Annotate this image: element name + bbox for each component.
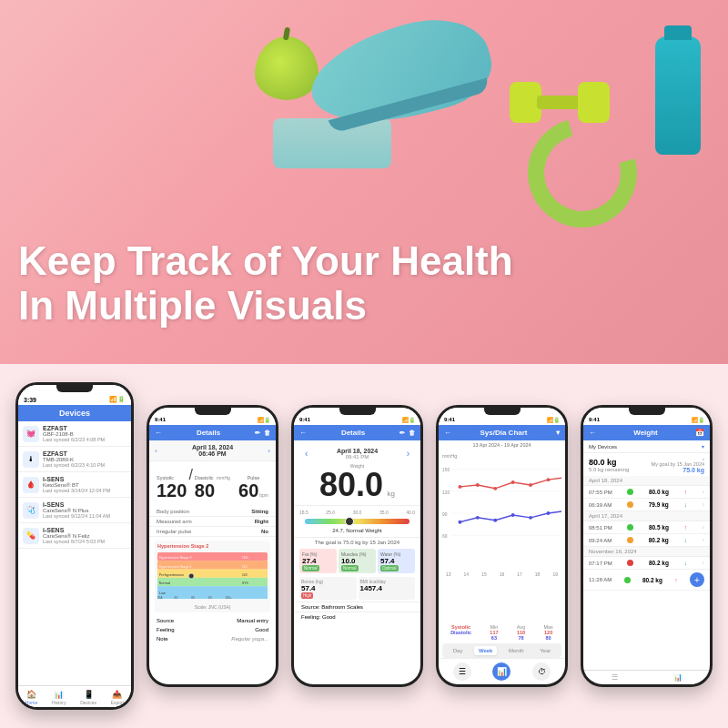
svg-text:100+: 100+ <box>225 596 231 600</box>
log-time: 07:55 PM <box>589 490 612 495</box>
phone-chart: 9:41 📶🔋 ← Sys/Dia Chart ▾ 13 Apr 2024 - … <box>436 405 568 687</box>
tab-day[interactable]: Day <box>449 646 468 655</box>
header-dropdown[interactable]: ▾ <box>556 429 560 437</box>
device-brand: i-SENS <box>43 527 126 533</box>
header-title: Sys/Dia Chart <box>480 429 527 437</box>
weight-value: 80.2 kg <box>642 577 662 583</box>
direction-icon: ↑ <box>684 524 688 531</box>
edit-icon[interactable]: ✏ <box>399 430 405 437</box>
svg-point-38 <box>529 516 532 520</box>
next-arrow[interactable]: › <box>268 447 270 455</box>
prev-arrow[interactable]: ‹ <box>305 449 308 459</box>
weight-value: 80.2 kg <box>649 537 669 543</box>
weight-value-display: Weight 80.0 kg <box>298 463 417 501</box>
add-entry-button[interactable]: + <box>690 572 704 587</box>
list-item[interactable]: 09:24 AM 80.2 kg ↓ › <box>583 534 710 547</box>
stats-section: Systolic Diastolic Min 117 63 Avg 118 78… <box>439 622 565 643</box>
body-composition: Fat (%) 27.4 Normal Muscles (%) 10.0 Nor… <box>299 549 415 573</box>
tab-year[interactable]: Year <box>535 646 555 655</box>
edit-icon[interactable]: ✏ <box>255 430 260 437</box>
next-arrow[interactable]: › <box>407 449 410 459</box>
status-dot <box>627 560 633 566</box>
svg-text:Hypertension Stage 2: Hypertension Stage 2 <box>159 556 192 560</box>
delete-icon[interactable]: 🗑 <box>409 430 415 437</box>
remaining-text: 5.0 kg remaining <box>589 467 629 472</box>
nav-devices[interactable]: 📱 Devices <box>80 690 96 705</box>
device-dropdown[interactable]: ▾ <box>702 443 704 450</box>
device-brand: EZFAST <box>43 450 126 457</box>
chart-view-icon[interactable]: 📊 <box>492 662 511 681</box>
device-info: i-SENS KetoSens® BT Last synced 3/14/24 … <box>43 476 126 493</box>
tab-list[interactable]: ☰ <box>612 673 618 682</box>
status-icons: 📶🔋 <box>692 417 704 423</box>
feeling-row: Feeling: Good <box>294 612 420 622</box>
bp-line-chart: 150 120 90 60 <box>442 459 561 568</box>
bmi-scale-labels: 18.525.030.035.040.0 <box>299 510 415 515</box>
chevron-right-icon: › <box>703 501 704 508</box>
diastolic-label: Diastolic <box>450 630 471 635</box>
chevron-right-icon: › <box>703 489 704 495</box>
list-item[interactable]: 07:55 PM 80.0 kg ↑ › <box>583 486 710 499</box>
weight-date-time: April 18, 2024 09:41 PM <box>337 448 378 460</box>
device-sync: Last synced 3/14/24 12:04 PM <box>43 488 126 493</box>
list-item[interactable]: 07:17 PM 80.2 kg ↓ › <box>583 557 710 570</box>
list-item: 💓 EZFAST GBF-2108-B Last synced 6/2/23 4… <box>18 421 131 447</box>
delete-icon[interactable]: 🗑 <box>264 430 270 437</box>
diastolic-display: Diastolic 80 <box>195 475 215 501</box>
list-item[interactable]: 08:51 PM 80.5 kg ↑ › <box>583 521 710 534</box>
bones-status: High <box>301 592 313 599</box>
goal-row: 80.0 kg 5.0 kg remaining › My goal by 15… <box>583 453 710 476</box>
status-dot <box>627 537 633 543</box>
device-icon: 💓 <box>23 426 39 442</box>
date-nav: ‹ April 18, 2024 09:41 PM › <box>298 448 417 460</box>
back-icon[interactable]: ← <box>444 429 451 437</box>
phone-notch <box>56 385 93 392</box>
bmi-bar <box>305 519 410 524</box>
phone-notch <box>339 408 376 415</box>
svg-text:150: 150 <box>442 468 450 472</box>
device-info: EZFAST GBF-2108-B Last synced 6/2/23 4:0… <box>43 425 126 442</box>
back-icon[interactable]: ← <box>589 429 596 437</box>
phone5-screen: 9:41 📶🔋 ← Weight 📅 My Devices ▾ <box>583 408 710 684</box>
weight-value: 80.2 kg <box>649 560 669 566</box>
nav-label: History <box>52 700 66 705</box>
tab-chart[interactable]: 📊 <box>673 673 682 682</box>
phone1-nav: 🏠 Home 📊 History 📱 Devices 📤 Export <box>18 685 131 707</box>
svg-point-36 <box>493 519 497 522</box>
nav-home[interactable]: 🏠 Home <box>25 690 37 705</box>
stats-labels: Systolic Diastolic <box>450 624 471 641</box>
log-time: 09:24 AM <box>589 538 612 543</box>
water-value: 57.4 <box>380 557 412 565</box>
phone2-header: ← Details ✏ 🗑 <box>149 425 276 440</box>
nav-history[interactable]: 📊 History <box>52 690 66 705</box>
calendar-icon[interactable]: 📅 <box>695 429 704 437</box>
list-item[interactable]: 11:28 AM 80.2 kg ↑ + <box>583 570 710 591</box>
back-icon[interactable]: ← <box>299 429 307 437</box>
body-position-value: Sitting <box>251 509 268 514</box>
nav-export[interactable]: 📤 Export <box>111 690 124 705</box>
back-icon[interactable]: ← <box>155 429 162 437</box>
hero-title-line2: In Multiple Visuals <box>18 284 513 328</box>
chevron-right-icon: › <box>703 524 704 531</box>
bp-systolic-diastolic: Systolic 120 / Diastolic 80 mmHg <box>157 467 235 501</box>
bmiday-item: BMI kcal/day 1457.4 <box>359 577 416 600</box>
status-time: 9:41 <box>589 417 600 423</box>
weight-value: 79.9 kg <box>649 501 669 508</box>
list-item[interactable]: 06:39 AM 79.9 kg ↓ › <box>583 499 710 511</box>
svg-point-35 <box>476 516 480 520</box>
status-dot <box>627 524 633 531</box>
device-info: EZFAST TMB-2080-K Last synced 6/2/23 4:1… <box>43 450 126 468</box>
phone-weight-details: 9:41 📶🔋 ← Details ✏ 🗑 ‹ April 18, 2024 0… <box>291 405 423 687</box>
phone-devices: 3:39 📶🔋 Devices 💓 EZFAST GBF-2108-B Last… <box>15 382 134 710</box>
device-sync: Last synced 9/12/24 11:04 AM <box>43 513 126 519</box>
bones-value: 57.4 <box>301 584 355 592</box>
nav-label: Home <box>25 700 37 705</box>
muscle-value: 10.0 <box>341 557 373 565</box>
diastolic-max: 80 <box>543 635 552 641</box>
list-view-icon[interactable]: ☰ <box>453 662 471 681</box>
clock-icon[interactable]: ⏱ <box>532 662 551 681</box>
tab-month[interactable]: Month <box>504 646 529 655</box>
device-sync: Last synced 6/2/23 4:10 PM <box>43 462 126 468</box>
phone2-screen: 9:41 📶🔋 ← Details ✏ 🗑 ‹ April 18, 2024 0… <box>149 408 276 684</box>
tab-week[interactable]: Week <box>474 646 498 655</box>
